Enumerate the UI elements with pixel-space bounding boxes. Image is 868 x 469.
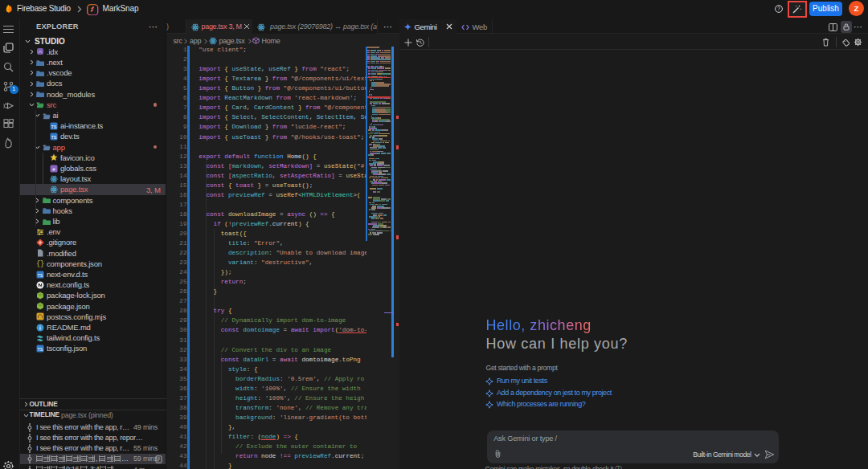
svg-text:TS: TS bbox=[51, 124, 56, 128]
svg-text:?: ? bbox=[777, 6, 780, 11]
svg-text:{}: {} bbox=[36, 260, 44, 267]
svg-text:TS: TS bbox=[37, 347, 43, 352]
svg-text:TS: TS bbox=[37, 272, 43, 277]
svg-text:TS: TS bbox=[51, 135, 56, 140]
